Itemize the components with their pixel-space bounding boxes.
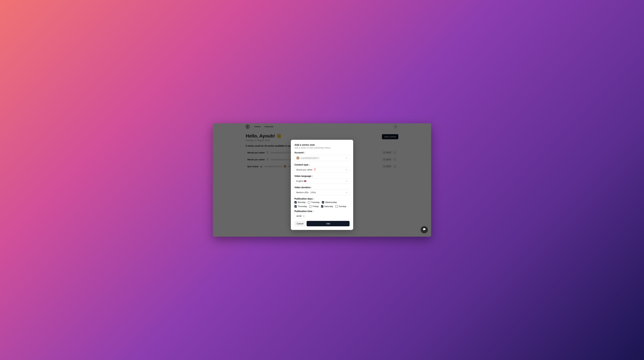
checkbox-friday[interactable] [309,205,312,208]
video-language-select[interactable]: English 🇬🇧 [294,178,350,184]
publication-days-label: Publication days : [294,197,350,200]
account-label: Account : [294,151,350,154]
publication-time-input[interactable]: 18:00 [294,213,306,219]
content-type-label: Content type : [294,163,350,166]
checkbox-thursday[interactable] [294,205,297,208]
day-tuesday[interactable]: Tuesday [308,201,320,203]
account-select[interactable]: User638391026271 [294,155,350,161]
video-duration-label: Video duration : [294,186,350,189]
add-button[interactable]: Add [306,221,350,226]
app-window: Series Accounts A Hello, Ayoub! 👋 Sunday… [213,123,431,237]
dialog-subtitle: Add a series to start publishing videos. [294,147,350,149]
checkbox-monday[interactable] [294,201,297,203]
video-language-label: Video language : [294,175,350,177]
day-monday[interactable]: Monday [294,201,306,203]
checkbox-sunday[interactable] [336,205,338,208]
account-avatar-icon [296,156,300,160]
day-friday[interactable]: Friday [309,205,319,208]
add-series-dialog: Add a series now Add a series to start p… [291,140,353,230]
checkbox-tuesday[interactable] [308,201,310,203]
chevron-down-icon [346,180,348,182]
chevron-down-icon [346,157,348,159]
day-wednesday[interactable]: Wednesday [322,201,337,203]
publication-time-value: 18:00 [296,215,302,217]
day-saturday[interactable]: Saturday [321,205,333,208]
chat-fab[interactable] [421,226,428,233]
modal-overlay[interactable]: Add a series now Add a series to start p… [213,123,431,237]
dialog-title: Add a series now [294,143,350,146]
checkbox-wednesday[interactable] [322,201,324,203]
day-thursday[interactable]: Thursday [294,205,307,208]
account-selected-value: User638391026271 [300,157,319,159]
chat-icon [422,228,426,232]
chevron-down-icon [346,191,348,194]
video-duration-selected-value: Medium (60s - 120s) [296,191,316,194]
day-sunday[interactable]: Sunday [336,205,346,208]
content-type-selected-value: Would you rather [296,169,312,171]
publication-time-label: Publication time : [294,210,350,212]
publication-days-group: Monday Tuesday Wednesday Thursday [294,201,350,208]
cancel-button[interactable]: Cancel [294,221,306,226]
video-duration-select[interactable]: Medium (60s - 120s) [294,190,350,195]
video-language-selected-value: English 🇬🇧 [296,180,306,182]
chevron-down-icon [346,169,348,171]
checkbox-saturday[interactable] [321,205,323,208]
content-type-select[interactable]: Would you rather ❓ [294,167,350,172]
content-type-emoji: ❓ [314,169,316,171]
clock-icon [303,215,304,217]
